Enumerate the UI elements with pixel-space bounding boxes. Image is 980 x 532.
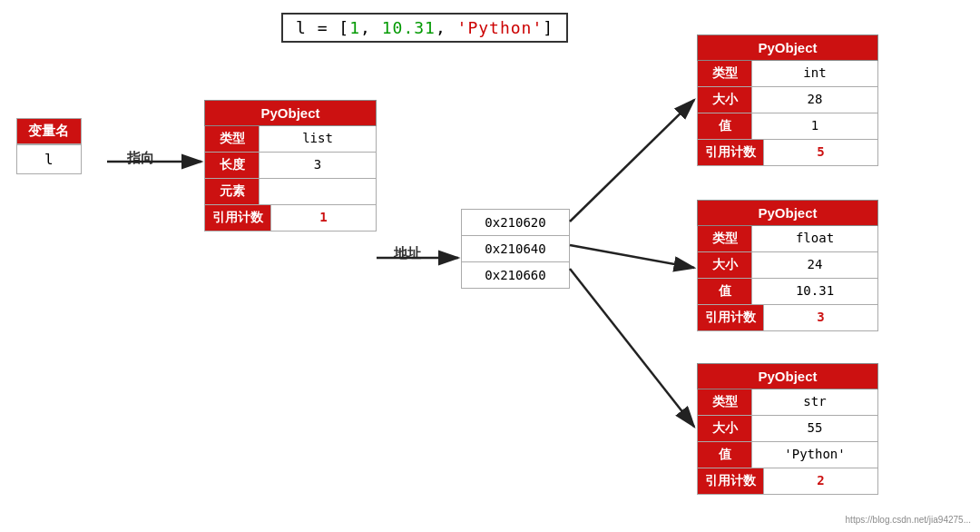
var-header: 变量名 (16, 118, 82, 144)
main-row-elements: 元素 (204, 179, 377, 205)
code-num1: 1 (349, 18, 360, 37)
address-label: 地址 (394, 245, 421, 262)
str-row-size: 大小 55 (697, 416, 878, 442)
float-row-val: 值 10.31 (697, 279, 878, 305)
pyobject-float: PyObject 类型 float 大小 24 值 10.31 引用计数 3 (697, 200, 878, 331)
pyobject-int: PyObject 类型 int 大小 28 值 1 引用计数 5 (697, 34, 878, 166)
float-title: PyObject (697, 200, 878, 226)
addr-row-0: 0x210620 (462, 210, 569, 236)
int-title: PyObject (697, 34, 878, 61)
variable-box: 变量名 l (16, 118, 82, 174)
float-row-type: 类型 float (697, 226, 878, 252)
svg-line-6 (570, 269, 694, 427)
addr-row-2: 0x210660 (462, 262, 569, 288)
main-row-type: 类型 list (204, 126, 377, 153)
str-row-ref: 引用计数 2 (697, 468, 878, 495)
code-text: l = [1, 10.31, 'Python'] (296, 18, 554, 37)
watermark: https://blog.csdn.net/jia94275... (846, 515, 971, 525)
int-row-ref: 引用计数 5 (697, 140, 878, 166)
var-value: l (16, 144, 82, 174)
main-pyobject: PyObject 类型 list 长度 3 元素 引用计数 1 (204, 100, 377, 232)
pyobject-str: PyObject 类型 str 大小 55 值 'Python' 引用计数 2 (697, 363, 878, 495)
float-row-ref: 引用计数 3 (697, 305, 878, 331)
str-row-val: 值 'Python' (697, 442, 878, 468)
main-row-refcount: 引用计数 1 (204, 205, 377, 232)
address-box: 0x210620 0x210640 0x210660 (461, 209, 570, 289)
str-row-type: 类型 str (697, 389, 878, 416)
float-row-size: 大小 24 (697, 252, 878, 279)
points-to-label: 指向 (127, 150, 154, 167)
int-row-type: 类型 int (697, 61, 878, 87)
addr-row-1: 0x210640 (462, 236, 569, 262)
svg-line-4 (570, 100, 694, 222)
main-pyobj-title: PyObject (204, 100, 377, 126)
int-row-val: 值 1 (697, 113, 878, 140)
code-num2: 10.31 (382, 18, 436, 37)
code-display: l = [1, 10.31, 'Python'] (281, 13, 568, 43)
svg-line-5 (570, 245, 694, 268)
str-title: PyObject (697, 363, 878, 389)
code-var: l = [ (296, 18, 349, 37)
code-str: 'Python' (457, 18, 544, 37)
main-row-length: 长度 3 (204, 153, 377, 179)
int-row-size: 大小 28 (697, 87, 878, 113)
